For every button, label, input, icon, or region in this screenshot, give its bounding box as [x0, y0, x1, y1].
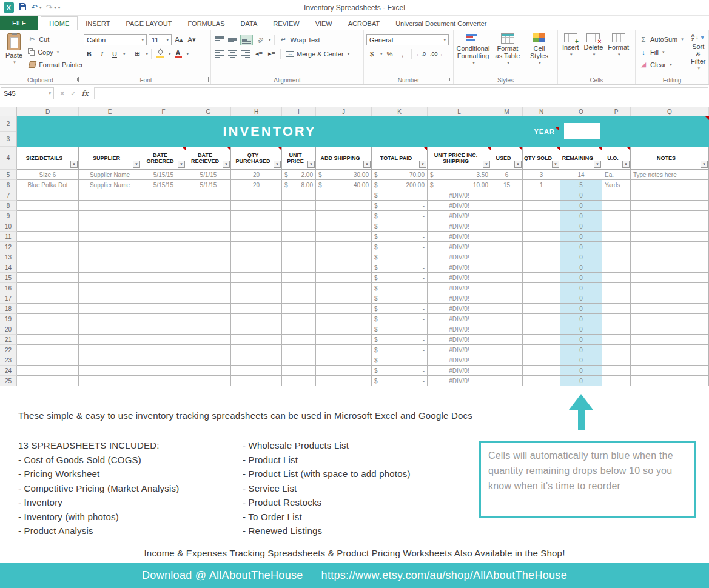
cell-N13[interactable]: [523, 252, 560, 262]
tab-page-layout[interactable]: PAGE LAYOUT: [118, 17, 180, 30]
cell-F21[interactable]: [141, 335, 186, 345]
cell-L11[interactable]: #DIV/0!: [428, 232, 491, 242]
customize-quick-access-icon[interactable]: ▾: [58, 5, 61, 10]
cell-D17[interactable]: [17, 293, 79, 304]
cell-E9[interactable]: [79, 211, 141, 221]
cell-I15[interactable]: [282, 273, 316, 283]
cell-Q19[interactable]: [631, 314, 709, 324]
cell-E17[interactable]: [79, 293, 141, 304]
cell-P24[interactable]: [602, 366, 631, 376]
undo-button[interactable]: ↶: [31, 4, 38, 12]
cell-N7[interactable]: [523, 190, 560, 201]
cell-J19[interactable]: [316, 314, 372, 324]
cell-G13[interactable]: [186, 252, 231, 262]
cell-P14[interactable]: [602, 262, 631, 273]
format-cells-button[interactable]: Format ▾: [605, 32, 631, 75]
column-title-qty-sold[interactable]: QTY SOLD▼: [523, 147, 560, 170]
cell-H9[interactable]: [231, 211, 282, 221]
cell-Q6[interactable]: [631, 180, 709, 190]
cell-H24[interactable]: [231, 366, 282, 376]
cell-N23[interactable]: [523, 355, 560, 366]
cell-D7[interactable]: [17, 190, 79, 201]
number-format-select[interactable]: General ▾: [366, 34, 449, 45]
grow-font-button[interactable]: A▴: [173, 35, 184, 45]
cell-G24[interactable]: [186, 366, 231, 376]
row-header-3[interactable]: 3: [0, 132, 16, 147]
cell-L15[interactable]: #DIV/0!: [428, 273, 491, 283]
cell-J11[interactable]: [316, 232, 372, 242]
cell-E20[interactable]: [79, 324, 141, 335]
cell-O10[interactable]: 0: [560, 221, 602, 232]
cell-M7[interactable]: [491, 190, 523, 201]
cell-L25[interactable]: #DIV/0!: [428, 376, 491, 386]
filter-button-remaining[interactable]: ▼: [594, 161, 601, 168]
cell-D12[interactable]: [17, 242, 79, 252]
formula-input[interactable]: [94, 87, 708, 99]
cell-J23[interactable]: [316, 355, 372, 366]
cell-F23[interactable]: [141, 355, 186, 366]
cell-styles-button[interactable]: Cell Styles ▾: [525, 32, 554, 75]
cell-H5[interactable]: 20: [231, 170, 282, 180]
cell-N8[interactable]: [523, 201, 560, 211]
cell-G21[interactable]: [186, 335, 231, 345]
cell-M12[interactable]: [491, 242, 523, 252]
cell-I21[interactable]: [282, 335, 316, 345]
cell-K7[interactable]: $-: [372, 190, 428, 201]
column-title-qty-purchased[interactable]: QTY PURCHASED▼: [231, 147, 282, 170]
cell-J10[interactable]: [316, 221, 372, 232]
filter-button-unit-price-inc-shipping[interactable]: ▼: [483, 161, 490, 168]
cell-O21[interactable]: 0: [560, 335, 602, 345]
tab-data[interactable]: DATA: [233, 17, 266, 30]
font-color-dropdown-icon[interactable]: ▾: [187, 52, 189, 56]
row-header-8[interactable]: 8: [0, 201, 17, 211]
underline-button[interactable]: U: [109, 48, 120, 59]
cell-P6[interactable]: Yards: [602, 180, 631, 190]
top-align-button[interactable]: [213, 35, 225, 45]
cell-M14[interactable]: [491, 262, 523, 273]
bottom-align-button[interactable]: [240, 35, 253, 45]
cell-P15[interactable]: [602, 273, 631, 283]
cell-G12[interactable]: [186, 242, 231, 252]
cell-I19[interactable]: [282, 314, 316, 324]
cell-J24[interactable]: [316, 366, 372, 376]
cell-L24[interactable]: #DIV/0!: [428, 366, 491, 376]
cell-M21[interactable]: [491, 335, 523, 345]
cell-Q22[interactable]: [631, 345, 709, 355]
autosum-button[interactable]: Σ AutoSum ▾: [637, 33, 688, 45]
cell-Q25[interactable]: [631, 376, 709, 386]
cell-Q5[interactable]: Type notes here: [631, 170, 709, 180]
cell-N22[interactable]: [523, 345, 560, 355]
cell-K21[interactable]: $-: [372, 335, 428, 345]
cell-M10[interactable]: [491, 221, 523, 232]
column-title-remaining[interactable]: REMAINING▼: [560, 147, 602, 170]
row-header-24[interactable]: 24: [0, 366, 17, 376]
cell-G15[interactable]: [186, 273, 231, 283]
cell-J16[interactable]: [316, 283, 372, 293]
cell-J8[interactable]: [316, 201, 372, 211]
filter-button-date-ordered[interactable]: ▼: [178, 161, 185, 168]
cell-P23[interactable]: [602, 355, 631, 366]
font-size-select[interactable]: 11 ▾: [149, 34, 172, 45]
cell-L21[interactable]: #DIV/0!: [428, 335, 491, 345]
cell-Q18[interactable]: [631, 304, 709, 314]
cell-H14[interactable]: [231, 262, 282, 273]
filter-button-supplier[interactable]: ▼: [133, 161, 140, 168]
number-dialog-launcher-icon[interactable]: [446, 77, 451, 82]
cell-G16[interactable]: [186, 283, 231, 293]
cell-O16[interactable]: 0: [560, 283, 602, 293]
cell-O17[interactable]: 0: [560, 293, 602, 304]
borders-dropdown-icon[interactable]: ▾: [146, 52, 149, 56]
column-header-D[interactable]: D: [17, 107, 79, 116]
cell-K13[interactable]: $-: [372, 252, 428, 262]
cell-M9[interactable]: [491, 211, 523, 221]
cancel-icon[interactable]: ✕: [59, 90, 65, 98]
clipboard-dialog-launcher-icon[interactable]: [73, 77, 79, 82]
cell-M15[interactable]: [491, 273, 523, 283]
cell-G18[interactable]: [186, 304, 231, 314]
row-header-14[interactable]: 14: [0, 262, 17, 273]
format-painter-button[interactable]: Format Painter: [26, 59, 85, 70]
row-header-12[interactable]: 12: [0, 242, 17, 252]
fill-button[interactable]: ↓ Fill ▾: [637, 46, 688, 58]
cell-E15[interactable]: [79, 273, 141, 283]
filter-button-qty-purchased[interactable]: ▼: [274, 161, 281, 168]
